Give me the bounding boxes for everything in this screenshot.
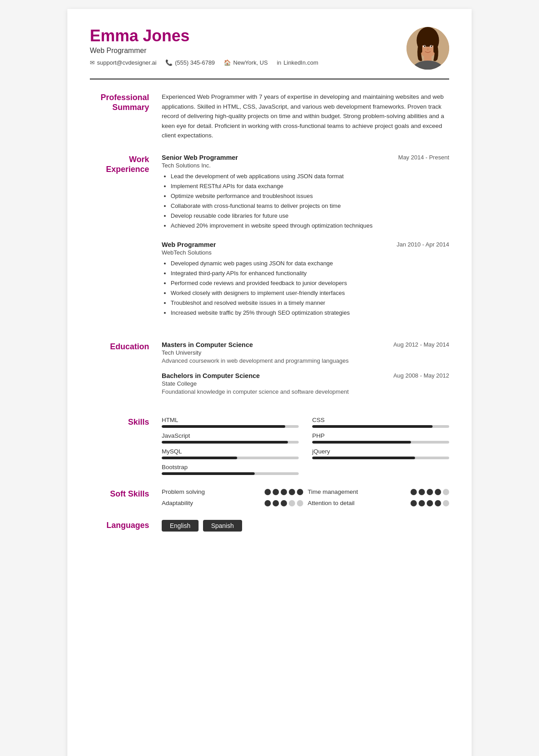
job-bullet: Developed dynamic web pages using JSON f… [171, 259, 449, 268]
dot-filled [411, 489, 417, 495]
email-contact: ✉ support@cvdesigner.ai [90, 59, 156, 66]
skill-item: HTML [162, 417, 299, 428]
edu-date: Aug 2012 - May 2014 [393, 341, 449, 348]
dot-filled [273, 489, 279, 495]
skills-label-text: Skills [128, 418, 149, 426]
job-item: Senior Web ProgrammerMay 2014 - PresentT… [162, 154, 449, 231]
dot-empty [443, 500, 449, 506]
language-tag: English [162, 520, 199, 532]
work-content: Senior Web ProgrammerMay 2014 - PresentT… [162, 154, 449, 328]
skill-bar-track [162, 457, 299, 459]
summary-content: Experienced Web Programmer with 7 years … [162, 92, 449, 141]
skill-bar-track [162, 441, 299, 444]
job-header: Senior Web ProgrammerMay 2014 - Present [162, 154, 449, 161]
soft-skills-label-text: Soft Skills [110, 489, 149, 498]
job-bullet: Performed code reviews and provided feed… [171, 278, 449, 288]
soft-skills-section: Soft Skills Problem solvingTime manageme… [90, 488, 449, 506]
soft-skill-dots [411, 489, 449, 495]
dot-filled [411, 500, 417, 506]
name: Emma Jones [90, 27, 406, 45]
location-value: NewYork, US [233, 59, 268, 66]
dot-filled [289, 489, 295, 495]
linkedin-icon: in [277, 59, 281, 66]
header: Emma Jones Web Programmer ✉ support@cvde… [90, 27, 449, 70]
summary-section: ProfessionalSummary Experienced Web Prog… [90, 92, 449, 141]
language-tag: Spanish [203, 520, 242, 532]
languages-label: Languages [90, 520, 162, 532]
education-section: Education Masters in Computer ScienceAug… [90, 341, 449, 403]
soft-skill-row: Time management [308, 488, 449, 495]
location-contact: 🏠 NewYork, US [224, 59, 268, 66]
svg-point-11 [427, 48, 429, 51]
job-bullet: Collaborate with cross-functional teams … [171, 201, 449, 211]
header-divider [90, 79, 449, 79]
skills-grid: HTMLCSSJavaScriptPHPMySQLjQueryBootstrap [162, 417, 449, 475]
job-date: May 2014 - Present [398, 154, 449, 161]
languages-content: EnglishSpanish [162, 520, 449, 532]
job-company: WebTech Solutions [162, 249, 449, 256]
dot-filled [265, 500, 271, 506]
job-bullet: Optimize website performance and trouble… [171, 191, 449, 201]
svg-point-10 [431, 45, 433, 47]
avatar [406, 27, 449, 70]
contact-bar: ✉ support@cvdesigner.ai 📞 (555) 345-6789… [90, 59, 406, 66]
skill-bar-track [312, 441, 449, 444]
dot-empty [289, 500, 295, 506]
education-content: Masters in Computer ScienceAug 2012 - Ma… [162, 341, 449, 403]
skill-item: PHP [312, 432, 449, 444]
soft-skill-dots [265, 489, 303, 495]
skill-item: CSS [312, 417, 449, 428]
skill-name: CSS [312, 417, 449, 423]
email-value: support@cvdesigner.ai [97, 59, 156, 66]
linkedin-contact: in LinkedIn.com [277, 59, 318, 66]
dot-filled [427, 500, 433, 506]
dot-filled [419, 489, 425, 495]
soft-skill-row: Adaptability [162, 500, 303, 506]
skill-item: MySQL [162, 448, 299, 459]
location-icon: 🏠 [224, 59, 231, 66]
edu-school: Tech University [162, 349, 449, 356]
skill-name: MySQL [162, 448, 299, 455]
languages-section: Languages EnglishSpanish [90, 520, 449, 532]
edu-header: Masters in Computer ScienceAug 2012 - Ma… [162, 341, 449, 348]
job-bullet: Lead the development of web applications… [171, 171, 449, 181]
skill-name: HTML [162, 417, 299, 423]
job-title: Senior Web Programmer [162, 154, 238, 161]
job-item: Web ProgrammerJan 2010 - Apr 2014WebTech… [162, 241, 449, 318]
soft-skill-dots [411, 500, 449, 506]
dot-filled [419, 500, 425, 506]
dot-empty [443, 489, 449, 495]
work-label-text: WorkExperience [106, 155, 149, 174]
soft-skill-name: Attention to detail [308, 500, 366, 506]
edu-degree: Bachelors in Computer Science [162, 372, 260, 379]
soft-skills-label: Soft Skills [90, 488, 162, 506]
email-icon: ✉ [90, 59, 95, 66]
job-company: Tech Solutions Inc. [162, 162, 449, 169]
phone-contact: 📞 (555) 345-6789 [165, 59, 215, 66]
skill-bar-fill [312, 457, 415, 459]
edu-item: Masters in Computer ScienceAug 2012 - Ma… [162, 341, 449, 364]
soft-skill-name: Time management [308, 488, 366, 495]
job-title: Web Programmer [90, 47, 406, 55]
phone-value: (555) 345-6789 [175, 59, 215, 66]
language-tags: EnglishSpanish [162, 520, 449, 532]
soft-skills-grid: Problem solvingTime managementAdaptabili… [162, 488, 449, 506]
education-label-text: Education [110, 342, 149, 351]
skill-bar-fill [312, 425, 433, 428]
skill-bar-fill [312, 441, 411, 444]
skill-bar-fill [162, 441, 288, 444]
job-bullets: Developed dynamic web pages using JSON f… [162, 259, 449, 318]
work-label: WorkExperience [90, 154, 162, 328]
summary-label-text: ProfessionalSummary [101, 93, 149, 112]
job-bullet: Increased website traffic by 25% through… [171, 308, 449, 318]
job-bullet: Implement RESTful APIs for data exchange [171, 181, 449, 191]
phone-icon: 📞 [165, 59, 172, 66]
svg-point-9 [424, 45, 426, 47]
edu-desc: Foundational knowledge in computer scien… [162, 388, 449, 395]
summary-text: Experienced Web Programmer with 7 years … [162, 92, 449, 141]
skill-item: jQuery [312, 448, 449, 459]
dot-filled [281, 500, 287, 506]
skills-section: Skills HTMLCSSJavaScriptPHPMySQLjQueryBo… [90, 417, 449, 475]
job-bullet: Integrated third-party APIs for enhanced… [171, 268, 449, 278]
job-bullet: Troubleshot and resolved website issues … [171, 298, 449, 308]
